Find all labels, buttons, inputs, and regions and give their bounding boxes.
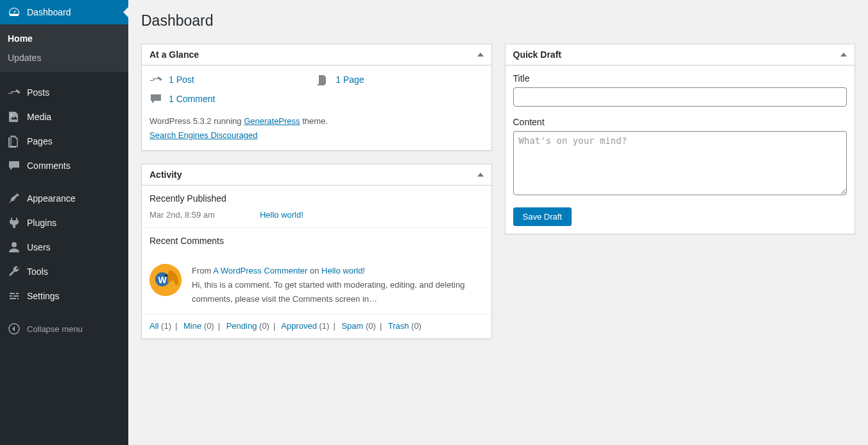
sidebar-item-users[interactable]: Users [0, 235, 128, 259]
svg-point-0 [11, 114, 13, 116]
separator: | [333, 321, 335, 331]
content-label: Content [513, 117, 847, 127]
glance-footer: WordPress 5.3.2 running GeneratePress th… [149, 114, 484, 143]
posts-link[interactable]: 1 Post [169, 74, 194, 85]
comment-author-link[interactable]: A WordPress Commenter [213, 266, 307, 275]
sidebar-label: Plugins [27, 218, 56, 228]
sidebar-subitem-updates[interactable]: Updates [0, 48, 128, 67]
widget-title: At a Glance [149, 49, 199, 60]
recently-published-block: Recently Published Mar 2nd, 8:59 am Hell… [142, 186, 491, 228]
sidebar-label: Users [27, 242, 51, 252]
widget-title: Quick Draft [513, 49, 561, 60]
dashboard-widgets: At a Glance 1 Post 1 Page [141, 44, 855, 352]
avatar: W [149, 264, 182, 296]
title-group: Title [513, 73, 847, 107]
title-label: Title [513, 73, 847, 83]
sidebar-label: Posts [27, 87, 49, 98]
sidebar-label: Dashboard [27, 7, 71, 17]
content-group: Content [513, 117, 847, 197]
sidebar-label: Comments [27, 161, 71, 171]
sidebar-separator [0, 178, 128, 186]
on-text: on [307, 266, 321, 275]
sidebar-label: Tools [27, 266, 48, 277]
separator: | [175, 321, 177, 331]
wp-version-text: WordPress 5.3.2 running [149, 116, 244, 126]
theme-suffix: theme. [300, 116, 328, 126]
admin-sidebar: Dashboard Home Updates Posts Media Pages… [0, 0, 128, 445]
widget-title: Activity [149, 170, 182, 180]
wrench-icon [8, 265, 21, 278]
comment-text: Hi, this is a comment. To get started wi… [192, 278, 484, 306]
pages-icon [8, 135, 21, 148]
comment-meta: From A WordPress Commenter on Hello worl… [192, 264, 484, 278]
from-text: From [192, 266, 213, 275]
comments-link[interactable]: 1 Comment [169, 94, 215, 104]
collapse-icon [8, 322, 21, 335]
pin-icon [8, 86, 21, 99]
comment-body: From A WordPress Commenter on Hello worl… [192, 264, 484, 306]
pages-link[interactable]: 1 Page [336, 74, 364, 85]
separator: | [218, 321, 220, 331]
section-heading: Recently Published [149, 193, 484, 204]
pages-icon [316, 73, 329, 86]
search-engines-link[interactable]: Search Engines Discouraged [149, 130, 257, 140]
sidebar-label: Settings [27, 291, 60, 301]
count: (0) [411, 321, 421, 331]
comment-post-link[interactable]: Hello world! [321, 266, 365, 275]
title-input[interactable] [513, 87, 847, 107]
count: (1) [161, 321, 171, 331]
activity-widget: Activity Recently Published Mar 2nd, 8:5… [141, 164, 492, 339]
sidebar-item-media[interactable]: Media [0, 105, 128, 129]
glance-posts: 1 Post [149, 73, 316, 86]
published-row: Mar 2nd, 8:59 am Hello world! [149, 210, 484, 220]
separator: | [273, 321, 275, 331]
count: (0) [259, 321, 269, 331]
toggle-up-icon[interactable] [477, 53, 484, 57]
filter-trash[interactable]: Trash [388, 321, 409, 331]
comment-filters: All (1)| Mine (0)| Pending (0)| Approved… [142, 314, 491, 338]
toggle-up-icon[interactable] [477, 173, 484, 177]
content-textarea[interactable] [513, 131, 847, 195]
sidebar-separator [0, 308, 128, 317]
sidebar-label: Appearance [27, 193, 76, 204]
sidebar-item-appearance[interactable]: Appearance [0, 186, 128, 211]
filter-approved[interactable]: Approved [281, 321, 317, 331]
glance-comments: 1 Comment [149, 92, 316, 105]
filter-spam[interactable]: Spam [341, 321, 363, 331]
sidebar-item-dashboard[interactable]: Dashboard [0, 0, 128, 24]
filter-mine[interactable]: Mine [183, 321, 201, 331]
publish-date: Mar 2nd, 8:59 am [149, 210, 215, 220]
sidebar-label: Pages [27, 136, 53, 146]
filter-all[interactable]: All [149, 321, 158, 331]
glance-pages: 1 Page [316, 73, 483, 86]
comment-item: W From A WordPress Commenter on Hello wo… [142, 256, 491, 314]
brush-icon [8, 192, 21, 205]
sidebar-item-comments[interactable]: Comments [0, 153, 128, 178]
collapse-label: Collapse menu [27, 324, 83, 334]
save-draft-button[interactable]: Save Draft [513, 207, 572, 226]
svg-point-1 [12, 242, 17, 247]
collapse-menu-button[interactable]: Collapse menu [0, 317, 128, 341]
publish-link[interactable]: Hello world! [260, 210, 303, 220]
sidebar-item-settings[interactable]: Settings [0, 284, 128, 308]
widget-header: At a Glance [142, 44, 491, 65]
sidebar-item-plugins[interactable]: Plugins [0, 211, 128, 235]
recent-comments-heading-block: Recent Comments [142, 228, 491, 256]
page-title: Dashboard [141, 6, 855, 32]
glance-stats: 1 Post 1 Page 1 Comment [149, 73, 484, 105]
widget-body: Title Content Save Draft [506, 65, 855, 234]
theme-link[interactable]: GeneratePress [244, 116, 300, 126]
section-heading: Recent Comments [149, 236, 484, 246]
sidebar-subitem-home[interactable]: Home [0, 29, 128, 48]
sidebar-item-pages[interactable]: Pages [0, 129, 128, 153]
sidebar-item-posts[interactable]: Posts [0, 80, 128, 105]
settings-icon [8, 290, 21, 302]
separator: | [380, 321, 382, 331]
sidebar-item-tools[interactable]: Tools [0, 259, 128, 284]
sidebar-label: Media [27, 112, 51, 122]
filter-pending[interactable]: Pending [226, 321, 257, 331]
toggle-up-icon[interactable] [840, 53, 847, 57]
count: (0) [366, 321, 376, 331]
sidebar-separator [0, 72, 128, 80]
at-a-glance-widget: At a Glance 1 Post 1 Page [141, 44, 492, 151]
